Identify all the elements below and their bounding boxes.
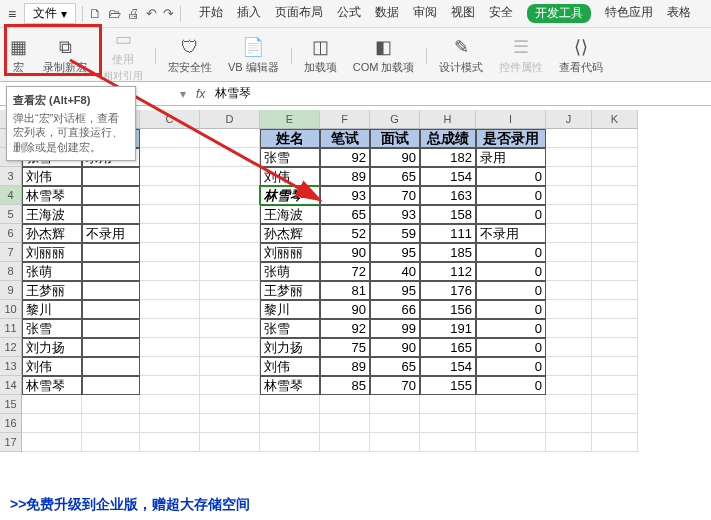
cell-J7[interactable] <box>546 243 592 262</box>
vb-editor-button[interactable]: 📄 VB 编辑器 <box>222 34 285 77</box>
cell-D16[interactable] <box>200 414 260 433</box>
cell-A14[interactable]: 林雪琴 <box>22 376 82 395</box>
cell-G14[interactable]: 70 <box>370 376 420 395</box>
tab-layout[interactable]: 页面布局 <box>275 4 323 23</box>
cell-F11[interactable]: 92 <box>320 319 370 338</box>
cell-E12[interactable]: 刘力扬 <box>260 338 320 357</box>
cell-J5[interactable] <box>546 205 592 224</box>
cell-A6[interactable]: 孙杰辉 <box>22 224 82 243</box>
col-header-F[interactable]: F <box>320 110 370 129</box>
cell-C13[interactable] <box>140 357 200 376</box>
cell-J2[interactable] <box>546 148 592 167</box>
cell-J14[interactable] <box>546 376 592 395</box>
cell-A15[interactable] <box>22 395 82 414</box>
cell-A8[interactable]: 张萌 <box>22 262 82 281</box>
design-mode-button[interactable]: ✎ 设计模式 <box>433 34 489 77</box>
cell-D6[interactable] <box>200 224 260 243</box>
macro-security-button[interactable]: 🛡 宏安全性 <box>162 35 218 77</box>
cell-F5[interactable]: 65 <box>320 205 370 224</box>
cell-K4[interactable] <box>592 186 638 205</box>
cell-H11[interactable]: 191 <box>420 319 476 338</box>
print-icon[interactable]: 🖨 <box>127 6 140 21</box>
cell-B12[interactable] <box>82 338 140 357</box>
spreadsheet[interactable]: ABCDEFGHIJK1姓名录用姓名笔试面试总成绩是否录用2张雪录用张雪9290… <box>0 110 711 520</box>
cell-K11[interactable] <box>592 319 638 338</box>
cell-E11[interactable]: 张雪 <box>260 319 320 338</box>
cell-E4[interactable]: 林雪琴 <box>260 186 320 205</box>
cell-I5[interactable]: 0 <box>476 205 546 224</box>
cell-D5[interactable] <box>200 205 260 224</box>
cell-F1[interactable]: 笔试 <box>320 129 370 148</box>
cell-G3[interactable]: 65 <box>370 167 420 186</box>
cell-D9[interactable] <box>200 281 260 300</box>
row-header-16[interactable]: 16 <box>0 414 22 433</box>
cell-D8[interactable] <box>200 262 260 281</box>
cell-D15[interactable] <box>200 395 260 414</box>
cell-F12[interactable]: 75 <box>320 338 370 357</box>
tab-review[interactable]: 审阅 <box>413 4 437 23</box>
cell-D13[interactable] <box>200 357 260 376</box>
row-header-9[interactable]: 9 <box>0 281 22 300</box>
cell-F2[interactable]: 92 <box>320 148 370 167</box>
addin-button[interactable]: ◫ 加载项 <box>298 34 343 77</box>
col-header-D[interactable]: D <box>200 110 260 129</box>
cell-J1[interactable] <box>546 129 592 148</box>
col-header-K[interactable]: K <box>592 110 638 129</box>
macro-button[interactable]: ▦ 宏 <box>4 34 33 77</box>
cell-C5[interactable] <box>140 205 200 224</box>
cell-H13[interactable]: 154 <box>420 357 476 376</box>
row-header-7[interactable]: 7 <box>0 243 22 262</box>
row-header-11[interactable]: 11 <box>0 319 22 338</box>
cell-K15[interactable] <box>592 395 638 414</box>
col-header-E[interactable]: E <box>260 110 320 129</box>
dropdown-icon[interactable]: ▾ <box>180 87 186 101</box>
tab-formula[interactable]: 公式 <box>337 4 361 23</box>
cell-D14[interactable] <box>200 376 260 395</box>
row-header-15[interactable]: 15 <box>0 395 22 414</box>
redo-icon[interactable]: ↷ <box>163 6 174 21</box>
cell-E5[interactable]: 王海波 <box>260 205 320 224</box>
row-header-6[interactable]: 6 <box>0 224 22 243</box>
cell-G15[interactable] <box>370 395 420 414</box>
row-header-14[interactable]: 14 <box>0 376 22 395</box>
cell-A17[interactable] <box>22 433 82 452</box>
cell-E3[interactable]: 刘伟 <box>260 167 320 186</box>
record-macro-button[interactable]: ⧉ 录制新宏 <box>37 35 93 77</box>
cell-J15[interactable] <box>546 395 592 414</box>
cell-H14[interactable]: 155 <box>420 376 476 395</box>
cell-K6[interactable] <box>592 224 638 243</box>
cell-I4[interactable]: 0 <box>476 186 546 205</box>
cell-B15[interactable] <box>82 395 140 414</box>
row-header-3[interactable]: 3 <box>0 167 22 186</box>
cell-I7[interactable]: 0 <box>476 243 546 262</box>
cell-J4[interactable] <box>546 186 592 205</box>
cell-K16[interactable] <box>592 414 638 433</box>
row-header-8[interactable]: 8 <box>0 262 22 281</box>
cell-E16[interactable] <box>260 414 320 433</box>
cell-G13[interactable]: 65 <box>370 357 420 376</box>
cell-F15[interactable] <box>320 395 370 414</box>
cell-I16[interactable] <box>476 414 546 433</box>
cell-B7[interactable] <box>82 243 140 262</box>
cell-F7[interactable]: 90 <box>320 243 370 262</box>
row-header-12[interactable]: 12 <box>0 338 22 357</box>
cell-A12[interactable]: 刘力扬 <box>22 338 82 357</box>
cell-C7[interactable] <box>140 243 200 262</box>
cell-H1[interactable]: 总成绩 <box>420 129 476 148</box>
cell-D4[interactable] <box>200 186 260 205</box>
cell-G1[interactable]: 面试 <box>370 129 420 148</box>
cell-F16[interactable] <box>320 414 370 433</box>
undo-icon[interactable]: ↶ <box>146 6 157 21</box>
cell-H5[interactable]: 158 <box>420 205 476 224</box>
cell-A11[interactable]: 张雪 <box>22 319 82 338</box>
cell-G11[interactable]: 99 <box>370 319 420 338</box>
cell-H6[interactable]: 111 <box>420 224 476 243</box>
cell-C11[interactable] <box>140 319 200 338</box>
cell-C16[interactable] <box>140 414 200 433</box>
cell-K12[interactable] <box>592 338 638 357</box>
cell-D12[interactable] <box>200 338 260 357</box>
row-header-5[interactable]: 5 <box>0 205 22 224</box>
cell-F17[interactable] <box>320 433 370 452</box>
cell-B17[interactable] <box>82 433 140 452</box>
cell-I3[interactable]: 0 <box>476 167 546 186</box>
